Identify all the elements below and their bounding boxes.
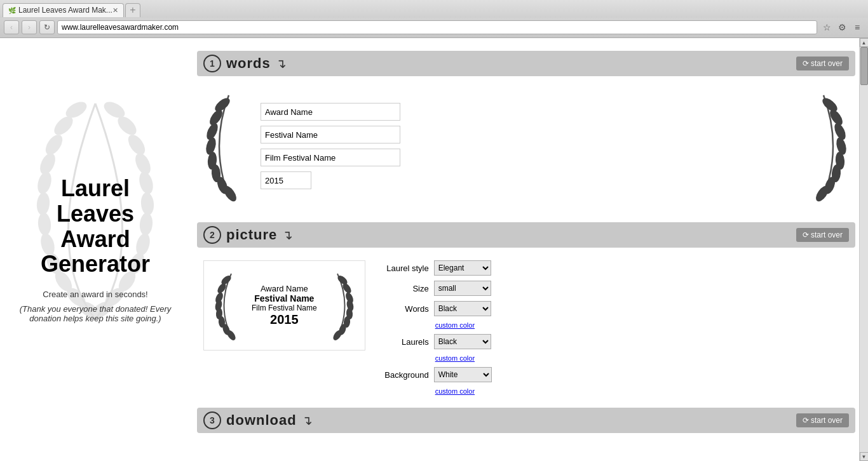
section3-title: download: [226, 412, 297, 429]
festival-name-input[interactable]: [261, 126, 400, 144]
laurels-custom-color-row: custom color: [378, 354, 492, 362]
options-panel: Laurel style Elegant Classic Modern Size…: [378, 260, 492, 395]
tab-label: Laurel Leaves Award Mak...: [18, 6, 112, 15]
section1-arrow: ↴: [276, 56, 287, 71]
extensions-icon[interactable]: ⚙: [835, 20, 849, 34]
reload-button[interactable]: ↻: [39, 20, 55, 34]
background-custom-color-row: custom color: [378, 387, 492, 395]
site-title: Laurel Leaves Award Generator: [13, 176, 178, 276]
scrollbar: ▲ ▼: [859, 38, 868, 461]
background-color-select[interactable]: White Black Transparent: [434, 367, 492, 382]
section1-title: words: [226, 55, 271, 72]
section2-arrow: ↴: [282, 227, 293, 243]
preview-film-name: Film Festival Name: [252, 304, 317, 312]
words-color-label: Words: [378, 304, 429, 314]
svg-point-13: [114, 113, 140, 138]
svg-point-2: [42, 132, 65, 158]
svg-point-14: [125, 132, 148, 158]
section2-header: 2 picture ↴ ⟳ start over: [197, 222, 855, 248]
preview-award-name: Award Name: [252, 284, 317, 293]
preview-year: 2015: [252, 312, 317, 327]
nav-right-buttons: ☆ ⚙ ≡: [820, 20, 864, 34]
background-color-label: Background: [378, 370, 429, 380]
nav-bar: ‹ › ↻ ☆ ⚙ ≡: [0, 18, 868, 37]
tagline: Create an award in seconds!: [13, 290, 178, 299]
background-color-row: Background White Black Transparent: [378, 367, 492, 382]
section3-header: 3 download ↴ ⟳ start over: [197, 408, 855, 433]
svg-point-1: [51, 113, 76, 138]
laurel-style-select[interactable]: Elegant Classic Modern: [434, 260, 491, 276]
svg-point-0: [63, 98, 89, 121]
section1-number: 1: [203, 55, 221, 72]
section1-header: 1 words ↴ ⟳ start over: [197, 51, 855, 76]
preview-left-laurel: [214, 271, 248, 340]
tab-bar: 🌿 Laurel Leaves Award Mak... ✕ +: [0, 0, 868, 18]
svg-point-12: [101, 98, 127, 121]
words-color-select[interactable]: Black White Custom: [434, 301, 491, 316]
film-name-input[interactable]: [261, 149, 400, 166]
words-section: [197, 89, 855, 203]
picture-preview: Award Name Festival Name Film Festival N…: [197, 260, 855, 395]
section3-arrow: ↴: [302, 413, 313, 428]
page-container: Laurel Leaves Award Generator Create an …: [0, 38, 868, 461]
form-fields: [261, 103, 792, 189]
section2-start-over-button[interactable]: ⟳ start over: [796, 228, 849, 242]
words-custom-color-row: custom color: [378, 321, 492, 329]
section2-title: picture: [226, 227, 277, 243]
scroll-up-button[interactable]: ▲: [860, 38, 869, 47]
award-preview-box: Award Name Festival Name Film Festival N…: [203, 260, 365, 351]
year-input[interactable]: [261, 171, 311, 189]
tab-favicon: 🌿: [8, 7, 16, 14]
sidebar-content: Laurel Leaves Award Generator Create an …: [13, 176, 178, 323]
size-label: Size: [378, 284, 429, 293]
menu-icon[interactable]: ≡: [850, 20, 864, 34]
new-tab-button[interactable]: +: [125, 3, 140, 17]
browser-tab[interactable]: 🌿 Laurel Leaves Award Mak... ✕: [3, 3, 124, 17]
laurels-custom-color-link[interactable]: custom color: [435, 354, 475, 362]
preview-text: Award Name Festival Name Film Festival N…: [252, 284, 317, 327]
url-bar[interactable]: [57, 20, 817, 34]
section3-number: 3: [203, 411, 221, 429]
back-button[interactable]: ‹: [4, 20, 19, 34]
award-name-input[interactable]: [261, 103, 400, 121]
background-custom-color-link[interactable]: custom color: [435, 387, 475, 395]
laurel-style-label: Laurel style: [378, 264, 429, 273]
section1-start-over-button[interactable]: ⟳ start over: [796, 57, 849, 70]
svg-point-15: [132, 150, 153, 177]
scroll-down-button[interactable]: ▼: [860, 452, 869, 461]
size-select[interactable]: small medium large: [434, 281, 491, 296]
section3-start-over-button[interactable]: ⟳ start over: [796, 413, 849, 427]
forward-button[interactable]: ›: [22, 20, 37, 34]
thank-you-text: (Thank you everyone that donated! Every …: [13, 304, 178, 323]
svg-point-3: [37, 150, 58, 177]
laurels-color-select[interactable]: Black White Custom: [434, 334, 491, 349]
right-laurel-words: [798, 89, 849, 203]
section3: 3 download ↴ ⟳ start over: [197, 408, 855, 433]
words-custom-color-link[interactable]: custom color: [435, 321, 475, 329]
section2-number: 2: [203, 226, 221, 244]
bookmark-star-icon[interactable]: ☆: [820, 20, 834, 34]
words-color-row: Words Black White Custom: [378, 301, 492, 316]
laurels-color-label: Laurels: [378, 337, 429, 347]
main-content: 1 words ↴ ⟳ start over: [191, 38, 868, 461]
laurel-style-row: Laurel style Elegant Classic Modern: [378, 260, 492, 276]
scroll-thumb[interactable]: [860, 47, 868, 85]
scroll-track[interactable]: [860, 47, 869, 452]
svg-point-32: [820, 96, 839, 114]
laurels-color-row: Laurels Black White Custom: [378, 334, 492, 349]
sidebar: Laurel Leaves Award Generator Create an …: [0, 38, 191, 461]
svg-point-24: [213, 96, 232, 114]
preview-right-laurel: [320, 271, 355, 340]
left-laurel-words: [203, 89, 254, 203]
size-row: Size small medium large: [378, 281, 492, 296]
preview-festival-name: Festival Name: [252, 293, 317, 304]
tab-close-button[interactable]: ✕: [112, 6, 118, 15]
browser-chrome: 🌿 Laurel Leaves Award Mak... ✕ + ‹ › ↻ ☆…: [0, 0, 868, 38]
